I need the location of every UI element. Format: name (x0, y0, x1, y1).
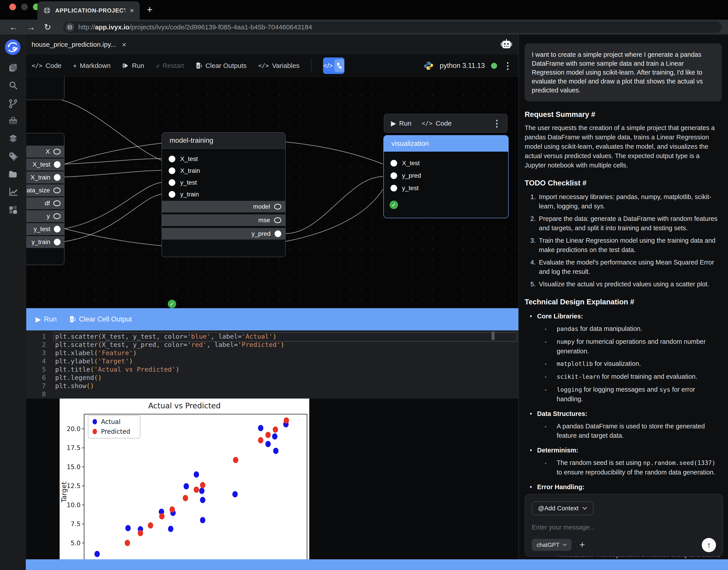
search-icon[interactable] (8, 80, 18, 91)
port-dot-icon[interactable] (274, 217, 281, 223)
file-tab[interactable]: house_price_prediction.ipy... (32, 41, 116, 48)
request-summary-heading: Request Summary # (525, 110, 722, 119)
port-dot-icon[interactable] (169, 191, 175, 198)
node-run-button[interactable]: ▶Run (391, 119, 412, 127)
restart-kernel-button[interactable]: ↺Restart (156, 62, 184, 69)
node-title[interactable]: model-training (162, 133, 285, 149)
cell-run-button[interactable]: ▶Run (36, 315, 57, 323)
output-port[interactable]: model (162, 201, 285, 212)
analytics-icon[interactable] (8, 187, 18, 197)
port-dot-icon[interactable] (54, 226, 60, 233)
kebab-menu-icon[interactable]: ⋮ (503, 63, 512, 68)
code-line[interactable]: 6plt.legend() (26, 374, 519, 382)
port-dot-icon[interactable] (53, 213, 60, 219)
code-line[interactable]: 7plt.show() (26, 382, 519, 390)
output-port[interactable]: mse (162, 215, 285, 226)
layers-icon[interactable] (8, 133, 18, 144)
code-line[interactable]: 3plt.xlabel('Feature') (26, 349, 519, 357)
output-port[interactable]: y_test (26, 223, 64, 235)
tag-icon[interactable] (8, 151, 18, 162)
forward-button[interactable]: → (27, 23, 35, 31)
input-port[interactable]: X_train (169, 167, 200, 174)
message-input[interactable]: Enter your message... (532, 524, 716, 531)
cell-clear-output-button[interactable]: Clear Cell Output (69, 315, 132, 323)
new-tab-button[interactable]: + (147, 4, 153, 15)
output-port[interactable]: y (26, 210, 64, 222)
editor-scrollbar[interactable] (492, 331, 495, 340)
port-dot-icon[interactable] (54, 161, 60, 168)
add-code-cell-button[interactable]: </>Code (32, 62, 62, 69)
files-icon[interactable] (8, 62, 18, 73)
node-title[interactable]: visualization (384, 135, 508, 152)
port-dot-icon[interactable] (53, 200, 60, 206)
input-port[interactable]: X_test (391, 160, 420, 167)
output-port[interactable]: y_pred (162, 228, 285, 240)
window-minimize-button[interactable] (21, 4, 28, 10)
code-line[interactable]: 4plt.ylabel('Target') (26, 357, 519, 366)
input-port[interactable]: y_pred (391, 172, 421, 179)
port-dot-icon[interactable] (169, 168, 175, 174)
port-label: X_test (33, 161, 50, 168)
graph-view-icon[interactable] (334, 59, 344, 72)
node-code-button[interactable]: </>Code (422, 119, 452, 127)
code-line[interactable]: 2plt.scatter(X_test, y_pred, color='red'… (26, 341, 519, 349)
window-close-button[interactable] (9, 4, 16, 10)
back-button[interactable]: ← (9, 23, 18, 31)
port-dot-icon[interactable] (53, 149, 60, 155)
code-line[interactable]: 5plt.title('Actual vs Predicted') (26, 366, 519, 374)
assistant-scroll-area[interactable]: I want to create a simple project where … (519, 34, 728, 570)
data-prep-node[interactable]: X X_test X_train data_size df y y_test y… (26, 133, 64, 265)
port-dot-icon[interactable] (391, 172, 397, 179)
output-port[interactable]: X_train (26, 172, 64, 184)
code-graph-view-toggle[interactable]: </> (323, 57, 344, 74)
code-line[interactable]: 8 (26, 390, 519, 398)
browser-tab[interactable]: APPLICATION-PROJECTS × (37, 1, 140, 20)
input-port[interactable]: y_train (169, 191, 199, 198)
output-port[interactable]: X_test (26, 159, 64, 171)
input-port[interactable]: X_test (169, 156, 198, 163)
file-tab-close-icon[interactable]: × (122, 40, 126, 49)
clear-outputs-button[interactable]: Clear Outputs (195, 62, 246, 69)
port-dot-icon[interactable] (53, 188, 60, 193)
port-dot-icon[interactable] (54, 174, 60, 181)
tab-title: APPLICATION-PROJECTS (55, 7, 125, 14)
model-selector[interactable]: chatGPT (532, 539, 572, 551)
port-dot-icon[interactable] (54, 239, 60, 245)
port-dot-icon[interactable] (391, 160, 397, 167)
output-port[interactable]: y_train (26, 236, 64, 248)
send-button[interactable]: ↑ (702, 538, 716, 552)
model-training-node[interactable]: model-training X_testX_trainy_testy_trai… (161, 132, 286, 257)
port-dot-icon[interactable] (169, 179, 175, 186)
run-all-button[interactable]: Run (122, 62, 144, 69)
integrations-icon[interactable] (8, 205, 18, 215)
add-markdown-cell-button[interactable]: +Markdown (73, 62, 111, 69)
input-port[interactable]: y_test (169, 179, 197, 186)
port-dot-icon[interactable] (274, 231, 281, 237)
visualization-node[interactable]: visualization X_testy_predy_test ✓ (384, 135, 509, 218)
output-port[interactable]: data_size (26, 184, 64, 196)
assistant-robot-icon[interactable] (500, 38, 513, 50)
git-branch-icon[interactable] (8, 99, 18, 109)
kernel-version[interactable]: python 3.11.13 (440, 62, 485, 70)
attach-plus-button[interactable]: + (580, 540, 585, 550)
node-graph-canvas[interactable]: X X_test X_train data_size df y y_test y… (26, 77, 519, 308)
code-line[interactable]: 1plt.scatter(X_test, y_test, color='blue… (26, 333, 519, 341)
chat-input-card[interactable]: @Add Context Enter your message... chatG… (525, 494, 723, 557)
add-context-button[interactable]: @Add Context (532, 502, 593, 515)
ivyx-logo[interactable] (5, 39, 20, 55)
input-port[interactable]: y_test (391, 185, 419, 192)
variables-button[interactable]: </>Variables (258, 62, 299, 69)
code-editor[interactable]: 1plt.scatter(X_test, y_test, color='blue… (26, 330, 519, 398)
port-dot-icon[interactable] (274, 204, 281, 210)
toolbox-icon[interactable] (8, 116, 18, 126)
output-port[interactable]: X (26, 146, 64, 158)
partial-node[interactable] (26, 77, 64, 100)
folder-icon[interactable] (8, 169, 18, 179)
tab-close-icon[interactable]: × (130, 6, 134, 15)
port-dot-icon[interactable] (391, 185, 397, 192)
url-bar[interactable]: http://app.ivyx.io/projects/ivyx/code/2d… (63, 21, 722, 33)
node-kebab-icon[interactable]: ⋮ (492, 121, 501, 126)
output-port[interactable]: df (26, 197, 64, 209)
reload-button[interactable]: ↻ (44, 23, 51, 31)
port-dot-icon[interactable] (169, 156, 175, 162)
